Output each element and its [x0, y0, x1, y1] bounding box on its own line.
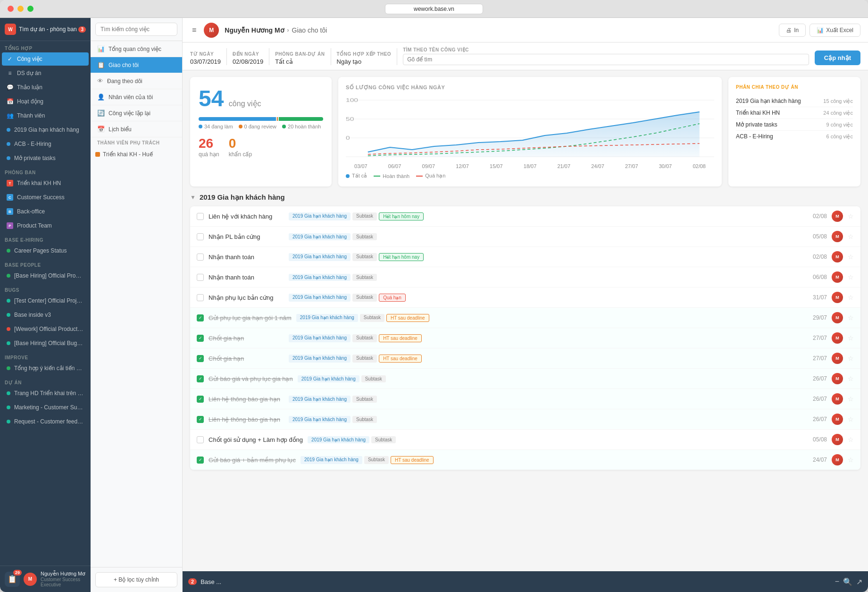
- task-checkbox[interactable]: [197, 213, 204, 220]
- star-icon[interactable]: ☆: [848, 415, 854, 423]
- section-toggle[interactable]: ▼: [190, 194, 196, 201]
- from-date-value[interactable]: 03/07/2019: [190, 58, 221, 65]
- sidebar-item-test-center[interactable]: [Test Center] Official Project: [2, 294, 89, 307]
- sidebar-item-acb[interactable]: ACB - E-Hiring: [2, 137, 89, 151]
- star-icon[interactable]: ☆: [848, 314, 854, 321]
- star-icon[interactable]: ☆: [848, 395, 854, 403]
- bottom-minimize-btn[interactable]: −: [835, 577, 839, 586]
- sidebar-item-product-team[interactable]: P Product Team: [2, 219, 89, 232]
- task-checkbox[interactable]: [197, 436, 204, 443]
- task-checkbox[interactable]: [197, 294, 204, 301]
- nav-nhan-vien[interactable]: 👤 Nhân viên của tôi: [91, 89, 182, 105]
- star-icon[interactable]: ☆: [848, 294, 854, 301]
- task-date: 29/07: [803, 314, 827, 321]
- project-color-tag: [95, 152, 100, 157]
- star-icon[interactable]: ☆: [848, 375, 854, 382]
- table-row: Nhận PL bản cứng 2019 Gia hạn khách hàng…: [190, 227, 860, 247]
- table-row: ✓ Gửi phụ lục gia hạn gói 1 năm 2019 Gia…: [190, 308, 860, 328]
- project-dot: [7, 406, 10, 409]
- sidebar-item-cong-viec[interactable]: ✓ Công việc: [2, 52, 89, 66]
- sidebar-item-customer-success[interactable]: C Customer Success: [2, 191, 89, 204]
- star-icon[interactable]: ☆: [848, 233, 854, 240]
- nav-icon: 👁: [97, 77, 103, 85]
- chart-card: SỐ LƯỢNG CÔNG VIỆC HÀNG NGÀY 100 50: [338, 77, 722, 186]
- task-tags: 2019 Gia hạn khách hàng Subtask HT sau d…: [289, 355, 799, 363]
- sort-value[interactable]: Ngày tạo: [337, 58, 392, 65]
- filter-btn[interactable]: + Bộ lọc tùy chỉnh: [95, 572, 177, 587]
- star-icon[interactable]: ☆: [848, 436, 854, 443]
- task-checkbox[interactable]: ✓: [197, 457, 204, 464]
- sidebar-item-private[interactable]: Mở private tasks: [2, 152, 89, 165]
- task-checkbox[interactable]: ✓: [197, 335, 204, 342]
- minimize-button[interactable]: [17, 6, 24, 12]
- table-row: ✓ Chốt gia hạn 2019 Gia hạn khách hàng S…: [190, 348, 860, 369]
- task-date: 26/07: [803, 375, 827, 382]
- sidebar-item-trang-hd[interactable]: Trang HD Triển khai trên We...: [2, 387, 89, 400]
- star-icon[interactable]: ☆: [848, 253, 854, 261]
- section-header: ▼ 2019 Gia hạn khách hàng: [190, 193, 860, 202]
- bottom-external-btn[interactable]: ↗: [856, 577, 862, 586]
- star-icon[interactable]: ☆: [848, 334, 854, 342]
- print-button[interactable]: 🖨 In: [779, 24, 806, 37]
- bottom-search-btn[interactable]: 🔍: [843, 577, 852, 586]
- sidebar-item-wework-official[interactable]: [Wework] Official Product De...: [2, 322, 89, 336]
- task-name: Nhận thanh toán: [209, 274, 284, 281]
- sidebar-item-hoat-dong[interactable]: 📅 Hoạt động: [2, 95, 89, 108]
- tag-project: 2019 Gia hạn khách hàng: [289, 212, 351, 220]
- search-input[interactable]: [95, 23, 177, 36]
- nav-icon: 📅: [97, 126, 105, 133]
- sidebar-item-trien-khai[interactable]: T Triển khai KH HN: [2, 177, 89, 190]
- nav-lich-bieu[interactable]: 📅 Lịch biểu: [91, 121, 182, 137]
- update-button[interactable]: Cập nhật: [815, 51, 860, 65]
- sidebar-item-career-pages[interactable]: Career Pages Status: [2, 244, 89, 257]
- sidebar-item-gia-han[interactable]: 2019 Gia hạn khách hàng: [2, 123, 89, 136]
- star-icon[interactable]: ☆: [848, 273, 854, 281]
- star-icon[interactable]: ☆: [848, 355, 854, 362]
- to-date-value[interactable]: 02/08/2019: [233, 58, 263, 65]
- sidebar-item-base-inside[interactable]: Base inside v3: [2, 308, 89, 321]
- sidebar-item-request[interactable]: Request - Customer feedback...: [2, 415, 89, 428]
- task-checkbox[interactable]: ✓: [197, 355, 204, 362]
- notification-icon-wrap[interactable]: 📋 29: [5, 572, 20, 587]
- legend-all: Tất cả: [346, 173, 367, 179]
- sidebar-item-base-hiring-bug[interactable]: [Base Hiring] Official Bug Hiri...: [2, 337, 89, 350]
- nav-dang-theo-doi[interactable]: 👁 Đang theo dõi: [91, 73, 182, 89]
- sidebar-item-tong-hop-y-kien[interactable]: Tổng hợp ý kiến cải tiến Bas...: [2, 362, 89, 375]
- sidebar-item-back-office[interactable]: B Back-office: [2, 205, 89, 218]
- sidebar-item-ds-du-an[interactable]: ≡ DS dự án: [2, 67, 89, 80]
- star-icon[interactable]: ☆: [848, 212, 854, 220]
- nav-cong-viec-lap-lai[interactable]: 🔄 Công việc lặp lại: [91, 105, 182, 121]
- sidebar-item-base-hiring-official[interactable]: [Base Hiring] Official Product...: [2, 269, 89, 282]
- sidebar-item-thanh-vien[interactable]: 👥 Thành viên: [2, 109, 89, 122]
- task-date: 02/08: [803, 254, 827, 260]
- sidebar-item-thao-luan[interactable]: 💬 Thảo luận: [2, 81, 89, 94]
- task-checkbox[interactable]: [197, 274, 204, 281]
- task-search-input[interactable]: [403, 54, 809, 65]
- star-icon[interactable]: ☆: [848, 456, 854, 464]
- dept-value[interactable]: Tất cả: [275, 58, 325, 65]
- breadcrumb: Nguyễn Hương Mơ › Giao cho tôi: [225, 26, 327, 34]
- task-checkbox[interactable]: ✓: [197, 314, 204, 321]
- task-checkbox[interactable]: ✓: [197, 375, 204, 382]
- overdue-row: 26 quá hạn 0 khẩn cấp: [199, 136, 323, 158]
- task-checkbox[interactable]: ✓: [197, 416, 204, 423]
- nav-giao-cho-toi[interactable]: 📋 Giao cho tôi: [91, 57, 182, 73]
- task-checkbox[interactable]: [197, 233, 204, 240]
- doing-label: 34 đang làm: [199, 124, 233, 129]
- maximize-button[interactable]: [27, 6, 33, 12]
- dist-name: ACB - E-Hiring: [736, 133, 773, 140]
- close-button[interactable]: [8, 6, 14, 12]
- sidebar-item-label: [Base Hiring] Official Product...: [14, 272, 84, 279]
- task-checkbox[interactable]: ✓: [197, 396, 204, 403]
- tag-subtask: Subtask: [352, 416, 377, 423]
- hamburger-icon[interactable]: ≡: [190, 24, 198, 36]
- nav-tong-quan[interactable]: 📊 Tổng quan công việc: [91, 41, 182, 57]
- export-button[interactable]: 📊 Xuất Excel: [810, 24, 860, 37]
- task-tags: 2019 Gia hạn khách hàng Subtask: [289, 416, 799, 423]
- sidebar-item-marketing[interactable]: Marketing - Customer Succe...: [2, 401, 89, 414]
- task-checkbox[interactable]: [197, 254, 204, 261]
- search-label: TÌM THEO TÊN CÔNG VIỆC: [403, 47, 809, 52]
- task-assignee: M: [832, 271, 843, 283]
- url-bar[interactable]: wework.base.vn: [385, 4, 483, 14]
- mid-panel: 📊 Tổng quan công việc 📋 Giao cho tôi 👁 Đ…: [91, 18, 183, 592]
